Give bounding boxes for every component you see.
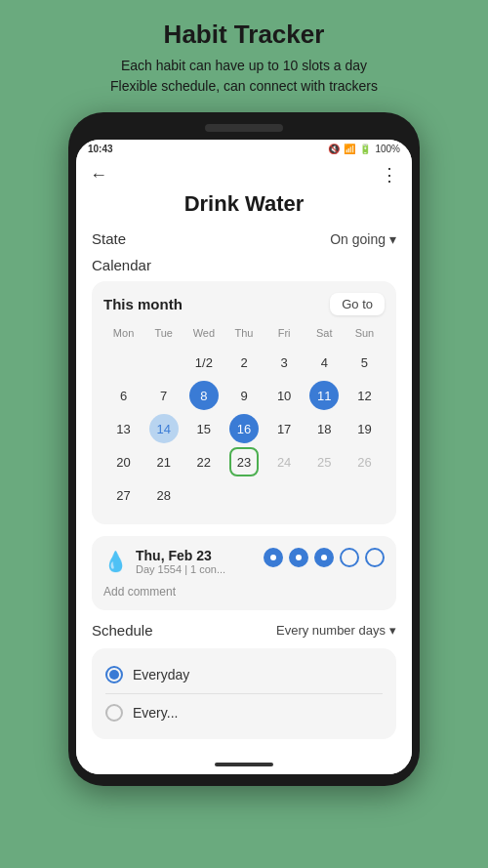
cal-day-empty xyxy=(103,347,143,378)
cal-day-15[interactable]: 15 xyxy=(183,413,224,444)
battery-icon: 🔋 xyxy=(359,144,371,154)
day-date: Thu, Feb 23 xyxy=(136,548,225,563)
schedule-option-every[interactable]: Every... xyxy=(105,698,383,727)
slot-1[interactable] xyxy=(264,548,283,567)
cal-day-5[interactable]: 5 xyxy=(345,347,385,378)
calendar-card: This month Go to Mon Tue Wed Thu Fri Sat… xyxy=(92,281,396,524)
slot-2[interactable] xyxy=(289,548,308,567)
schedule-card: Everyday Every... xyxy=(92,648,396,739)
cal-day-9[interactable]: 9 xyxy=(224,380,264,411)
slot-5[interactable] xyxy=(365,548,385,567)
slot-3[interactable] xyxy=(314,548,334,567)
back-button[interactable]: ← xyxy=(90,165,107,186)
phone-notch xyxy=(205,124,283,132)
month-label: This month xyxy=(103,296,183,312)
calendar-label: Calendar xyxy=(92,257,396,273)
cal-day-8[interactable]: 8 xyxy=(183,380,224,411)
cal-day-12b[interactable]: 12 xyxy=(345,380,385,411)
cal-day-17[interactable]: 17 xyxy=(264,413,305,444)
content-area: Drink Water State On going ▾ Calendar Th… xyxy=(76,191,412,755)
day-detail-card: 💧 Thu, Feb 23 Day 1554 | 1 con... xyxy=(92,536,396,610)
day-header-sat: Sat xyxy=(305,325,345,345)
cal-day-16[interactable]: 16 xyxy=(224,413,264,444)
schedule-row: Schedule Every number days ▾ xyxy=(92,622,396,639)
calendar-header: This month Go to xyxy=(103,293,385,315)
chevron-down-icon: ▾ xyxy=(389,623,396,638)
habit-name: Drink Water xyxy=(92,191,396,217)
cal-day-7[interactable]: 7 xyxy=(143,380,183,411)
page-subtitle: Each habit can have up to 10 slots a day… xyxy=(110,56,378,97)
go-to-button[interactable]: Go to xyxy=(330,293,385,315)
cal-day-22[interactable]: 22 xyxy=(183,446,224,477)
chevron-down-icon: ▾ xyxy=(389,231,396,247)
day-header-tue: Tue xyxy=(143,325,183,345)
cal-day-24[interactable]: 24 xyxy=(264,446,305,477)
cal-day-4[interactable]: 4 xyxy=(305,347,345,378)
state-dropdown[interactable]: On going ▾ xyxy=(330,231,396,247)
state-row: State On going ▾ xyxy=(92,230,396,247)
signal-icon: 🔇 xyxy=(328,144,340,154)
calendar-week-4: 20 21 22 23 24 25 26 xyxy=(103,446,385,477)
status-bar: 10:43 🔇 📶 🔋 100% xyxy=(76,140,412,158)
day-detail-text: Thu, Feb 23 Day 1554 | 1 con... xyxy=(136,548,225,575)
cal-day-11[interactable]: 11 xyxy=(305,380,345,411)
home-indicator xyxy=(215,763,273,766)
state-label: State xyxy=(92,230,126,247)
day-sub: Day 1554 | 1 con... xyxy=(136,563,225,575)
cal-day-27[interactable]: 27 xyxy=(103,479,143,511)
phone-screen: 10:43 🔇 📶 🔋 100% ← ⋮ Drink Water State O… xyxy=(76,140,412,774)
bottom-bar xyxy=(76,755,412,774)
more-button[interactable]: ⋮ xyxy=(381,164,398,186)
phone-frame: 10:43 🔇 📶 🔋 100% ← ⋮ Drink Water State O… xyxy=(68,112,420,786)
water-drop-icon: 💧 xyxy=(103,550,128,573)
cal-day-23[interactable]: 23 xyxy=(224,446,264,477)
day-header-fri: Fri xyxy=(264,325,305,345)
schedule-label: Schedule xyxy=(92,622,153,639)
status-time: 10:43 xyxy=(88,144,113,154)
page-title: Habit Tracker xyxy=(110,20,378,50)
calendar-week-2: 6 7 8 9 10 11 12 xyxy=(103,380,385,411)
day-header-sun: Sun xyxy=(345,325,385,345)
cal-day-6[interactable]: 6 xyxy=(103,380,143,411)
slot-4[interactable] xyxy=(340,548,359,567)
radio-everyday[interactable] xyxy=(105,666,123,683)
day-header-mon: Mon xyxy=(103,325,143,345)
divider xyxy=(105,693,383,694)
calendar-day-headers: Mon Tue Wed Thu Fri Sat Sun xyxy=(103,325,385,345)
schedule-section: Schedule Every number days ▾ Everyday xyxy=(92,622,396,739)
cal-day-20[interactable]: 20 xyxy=(103,446,143,477)
slot-row xyxy=(264,548,385,567)
cal-day-25[interactable]: 25 xyxy=(305,446,345,477)
day-header-thu: Thu xyxy=(224,325,264,345)
cal-day-3[interactable]: 3 xyxy=(264,347,305,378)
day-header-wed: Wed xyxy=(183,325,224,345)
cal-day-28[interactable]: 28 xyxy=(143,479,183,511)
header-section: Habit Tracker Each habit can have up to … xyxy=(110,20,378,97)
calendar-grid: Mon Tue Wed Thu Fri Sat Sun 1/2 2 xyxy=(103,325,385,511)
status-icons: 🔇 📶 🔋 100% xyxy=(328,144,400,154)
schedule-option-everyday[interactable]: Everyday xyxy=(105,660,383,689)
calendar-week-3: 13 14 15 16 17 18 19 xyxy=(103,413,385,444)
cal-day-2[interactable]: 2 xyxy=(224,347,264,378)
radio-every[interactable] xyxy=(105,704,123,722)
cal-day-empty xyxy=(143,347,183,378)
day-detail-left: 💧 Thu, Feb 23 Day 1554 | 1 con... xyxy=(103,548,225,575)
everyday-label: Everyday xyxy=(133,667,189,682)
schedule-dropdown[interactable]: Every number days ▾ xyxy=(276,623,396,638)
every-label: Every... xyxy=(133,705,178,721)
day-detail-header: 💧 Thu, Feb 23 Day 1554 | 1 con... xyxy=(103,548,385,575)
calendar-week-1: 1/2 2 3 4 5 xyxy=(103,347,385,378)
top-nav: ← ⋮ xyxy=(76,158,412,191)
add-comment-button[interactable]: Add comment xyxy=(103,585,385,599)
cal-day-19[interactable]: 19 xyxy=(345,413,385,444)
calendar-week-5: 27 28 xyxy=(103,479,385,511)
cal-day-26[interactable]: 26 xyxy=(345,446,385,477)
cal-day-13[interactable]: 13 xyxy=(103,413,143,444)
cal-day-14[interactable]: 14 xyxy=(143,413,183,444)
cal-day-18[interactable]: 18 xyxy=(305,413,345,444)
cal-day-21[interactable]: 21 xyxy=(143,446,183,477)
wifi-icon: 📶 xyxy=(344,144,355,154)
cal-day-12[interactable]: 1/2 xyxy=(183,347,224,378)
cal-day-10[interactable]: 10 xyxy=(264,380,305,411)
